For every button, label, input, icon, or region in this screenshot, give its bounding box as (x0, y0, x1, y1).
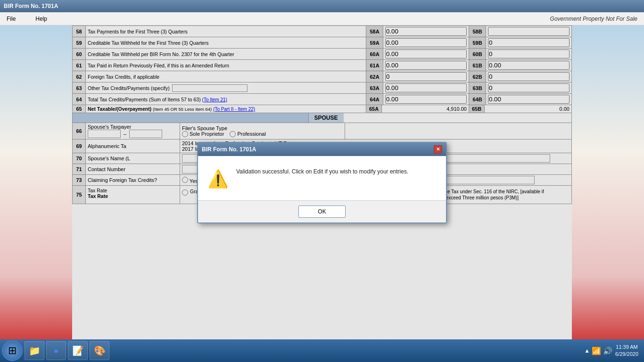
menu-bar: File Help Government Property Not For Sa… (0, 12, 644, 25)
dialog-close-button[interactable]: ✕ (434, 145, 442, 154)
menu-help[interactable]: Help (33, 15, 50, 23)
window-title: BIR Form No. 1701A (4, 3, 58, 9)
dialog-title: BIR Form No. 1701A (202, 146, 256, 153)
dialog-body: ⚠️ Validation successful. Click on Edit … (198, 156, 446, 200)
taskbar-paint[interactable]: 🎨 (90, 341, 109, 360)
gov-notice: Government Property Not For Sale (547, 15, 640, 23)
title-bar: BIR Form No. 1701A (0, 0, 644, 12)
dialog-footer: OK (198, 200, 446, 222)
taskbar-file-explorer[interactable]: 📁 (25, 341, 44, 360)
system-icons: ▲ 📶 🔊 (584, 346, 612, 355)
start-icon: ⊞ (8, 345, 17, 357)
clock-time: 11:39 AM (615, 344, 638, 351)
taskbar: ⊞ 📁 ● 📝 🎨 ▲ 📶 🔊 11:39 AM 6/29/2020 (0, 339, 644, 362)
taskbar-word[interactable]: 📝 (68, 341, 88, 360)
form-area: 58 Tax Payments for the First Three (3) … (72, 25, 572, 339)
start-button[interactable]: ⊞ (2, 340, 23, 361)
taskbar-right: ▲ 📶 🔊 11:39 AM 6/29/2020 (584, 344, 642, 358)
paint-icon: 🎨 (94, 345, 106, 356)
chrome-icon: ● (54, 346, 59, 356)
taskbar-chrome[interactable]: ● (46, 341, 66, 360)
dialog-message: Validation successful. Click on Edit if … (236, 167, 408, 176)
word-icon: 📝 (72, 345, 84, 356)
dialog-ok-button[interactable]: OK (298, 206, 345, 218)
menu-file[interactable]: File (4, 15, 18, 23)
arrow-icon[interactable]: ▲ (584, 347, 590, 354)
validation-dialog: BIR Form No. 1701A ✕ ⚠️ Validation succe… (197, 142, 447, 223)
clock-date: 6/29/2020 (615, 351, 638, 358)
clock[interactable]: 11:39 AM 6/29/2020 (615, 344, 638, 358)
warning-icon: ⚠️ (207, 169, 229, 189)
signal-icon: 📶 (592, 346, 601, 355)
file-explorer-icon: 📁 (29, 345, 41, 356)
dialog-overlay: BIR Form No. 1701A ✕ ⚠️ Validation succe… (72, 25, 572, 339)
volume-icon[interactable]: 🔊 (603, 346, 612, 355)
main-content: 58 Tax Payments for the First Three (3) … (0, 25, 644, 339)
dialog-titlebar: BIR Form No. 1701A ✕ (198, 143, 446, 156)
